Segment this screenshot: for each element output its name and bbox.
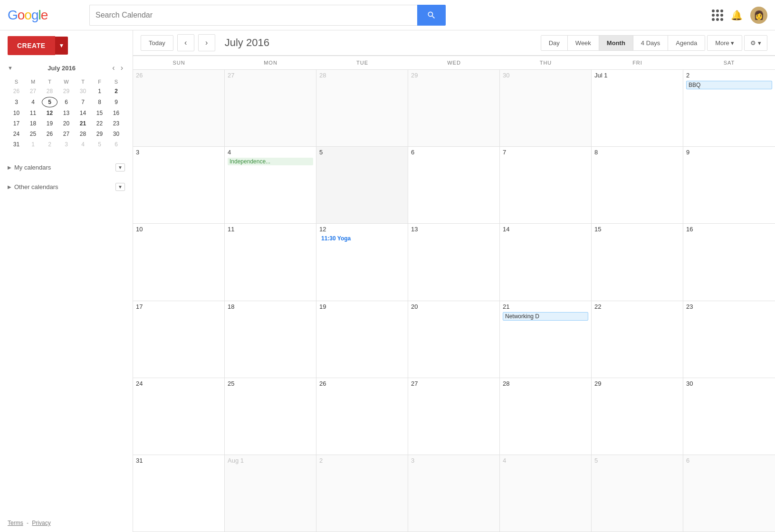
calendar-cell[interactable]: 22 <box>592 301 683 378</box>
calendar-cell[interactable]: 13 <box>408 224 500 300</box>
mini-calendar-title[interactable]: July 2016 <box>48 65 76 72</box>
calendar-cell[interactable]: 5 <box>592 455 683 532</box>
other-calendars-dropdown-button[interactable]: ▼ <box>115 183 125 191</box>
calendar-cell[interactable]: 4Independence... <box>225 147 316 223</box>
next-month-button[interactable]: › <box>198 34 215 51</box>
mini-cal-day-cell[interactable]: 5 <box>42 97 57 107</box>
calendar-cell[interactable]: 3 <box>408 455 500 532</box>
calendar-cell[interactable]: 2 <box>316 455 408 532</box>
prev-month-button[interactable]: ‹ <box>177 34 194 51</box>
month-view-button[interactable]: Month <box>599 36 633 50</box>
mini-cal-day-cell[interactable]: 26 <box>42 129 57 139</box>
mini-cal-day-cell[interactable]: 17 <box>9 119 24 128</box>
calendar-cell[interactable]: 26 <box>133 70 225 146</box>
calendar-cell[interactable]: 29 <box>408 70 500 146</box>
my-calendars-header[interactable]: ▶ My calendars ▼ <box>8 160 125 175</box>
apps-grid-icon[interactable] <box>712 10 723 21</box>
search-button[interactable] <box>417 5 446 26</box>
calendar-cell[interactable]: 15 <box>592 224 683 300</box>
calendar-event[interactable]: 11:30 Yoga <box>319 235 405 242</box>
terms-link[interactable]: Terms <box>8 520 23 526</box>
mini-cal-day-cell[interactable]: 2 <box>108 86 124 96</box>
mini-cal-day-cell[interactable]: 12 <box>42 108 57 118</box>
mini-cal-day-cell[interactable]: 31 <box>9 140 24 149</box>
mini-cal-day-cell[interactable]: 29 <box>58 86 74 96</box>
mini-cal-day-cell[interactable]: 13 <box>58 108 74 118</box>
calendar-cell[interactable]: 4 <box>500 455 592 532</box>
mini-cal-day-cell[interactable]: 23 <box>108 119 124 128</box>
mini-cal-day-cell[interactable]: 11 <box>25 108 41 118</box>
create-button[interactable]: CREATE <box>8 36 55 55</box>
my-calendars-dropdown-button[interactable]: ▼ <box>115 163 125 171</box>
mini-cal-day-cell[interactable]: 20 <box>58 119 74 128</box>
mini-cal-day-cell[interactable]: 30 <box>108 129 124 139</box>
calendar-cell[interactable]: 20 <box>408 301 500 378</box>
mini-cal-day-cell[interactable]: 24 <box>9 129 24 139</box>
mini-cal-day-cell[interactable]: 25 <box>25 129 41 139</box>
mini-cal-day-cell[interactable]: 6 <box>108 140 124 149</box>
mini-cal-day-cell[interactable]: 18 <box>25 119 41 128</box>
mini-cal-day-cell[interactable]: 29 <box>92 129 107 139</box>
calendar-event[interactable]: Networking D <box>503 312 588 321</box>
calendar-cell[interactable]: 3 <box>133 147 225 223</box>
mini-cal-day-cell[interactable]: 28 <box>75 129 91 139</box>
four-days-view-button[interactable]: 4 Days <box>633 36 668 50</box>
notifications-icon[interactable]: 🔔 <box>731 10 743 21</box>
week-view-button[interactable]: Week <box>568 36 599 50</box>
mini-cal-day-cell[interactable]: 4 <box>75 140 91 149</box>
calendar-cell[interactable]: 30 <box>683 378 775 455</box>
mini-cal-day-cell[interactable]: 3 <box>9 97 24 107</box>
mini-cal-prev-button[interactable]: ‹ <box>110 63 116 73</box>
mini-cal-day-cell[interactable]: 21 <box>75 119 91 128</box>
calendar-cell[interactable]: 27 <box>225 70 316 146</box>
calendar-cell[interactable]: 5 <box>316 147 408 223</box>
mini-cal-day-cell[interactable]: 6 <box>58 97 74 107</box>
calendar-cell[interactable]: Jul 1 <box>592 70 683 146</box>
calendar-cell[interactable]: 7 <box>500 147 592 223</box>
calendar-cell[interactable]: 10 <box>133 224 225 300</box>
mini-cal-day-cell[interactable]: 1 <box>92 86 107 96</box>
calendar-cell[interactable]: 9 <box>683 147 775 223</box>
calendar-cell[interactable]: 31 <box>133 455 225 532</box>
mini-cal-day-cell[interactable]: 7 <box>75 97 91 107</box>
day-view-button[interactable]: Day <box>541 36 568 50</box>
calendar-cell[interactable]: 24 <box>133 378 225 455</box>
mini-cal-day-cell[interactable]: 9 <box>108 97 124 107</box>
mini-cal-day-cell[interactable]: 27 <box>58 129 74 139</box>
calendar-cell[interactable]: Aug 1 <box>225 455 316 532</box>
calendar-event[interactable]: Independence... <box>228 158 313 165</box>
calendar-cell[interactable]: 30 <box>500 70 592 146</box>
mini-cal-day-cell[interactable]: 19 <box>42 119 57 128</box>
other-calendars-header[interactable]: ▶ Other calendars ▼ <box>8 179 125 195</box>
mini-cal-day-cell[interactable]: 2 <box>42 140 57 149</box>
calendar-cell[interactable]: 25 <box>225 378 316 455</box>
privacy-link[interactable]: Privacy <box>32 520 50 526</box>
calendar-cell[interactable]: 16 <box>683 224 775 300</box>
mini-cal-day-cell[interactable]: 1 <box>25 140 41 149</box>
mini-cal-day-cell[interactable]: 8 <box>92 97 107 107</box>
calendar-cell[interactable]: 29 <box>592 378 683 455</box>
calendar-cell[interactable]: 11 <box>225 224 316 300</box>
today-button[interactable]: Today <box>141 35 173 51</box>
calendar-cell[interactable]: 18 <box>225 301 316 378</box>
mini-cal-day-cell[interactable]: 4 <box>25 97 41 107</box>
mini-cal-day-cell[interactable]: 5 <box>92 140 107 149</box>
calendar-cell[interactable]: 23 <box>683 301 775 378</box>
calendar-cell[interactable]: 26 <box>316 378 408 455</box>
mini-cal-day-cell[interactable]: 3 <box>58 140 74 149</box>
more-view-button[interactable]: More ▾ <box>707 35 742 51</box>
calendar-cell[interactable]: 19 <box>316 301 408 378</box>
calendar-cell[interactable]: 6 <box>408 147 500 223</box>
create-dropdown-button[interactable]: ▼ <box>55 37 68 55</box>
calendar-cell[interactable]: 2BBQ <box>683 70 775 146</box>
agenda-view-button[interactable]: Agenda <box>668 36 705 50</box>
calendar-cell[interactable]: 1211:30 Yoga <box>316 224 408 300</box>
calendar-cell[interactable]: 28 <box>316 70 408 146</box>
calendar-cell[interactable]: 8 <box>592 147 683 223</box>
calendar-cell[interactable]: 27 <box>408 378 500 455</box>
mini-cal-day-cell[interactable]: 14 <box>75 108 91 118</box>
mini-cal-day-cell[interactable]: 26 <box>9 86 24 96</box>
calendar-cell[interactable]: 6 <box>683 455 775 532</box>
search-input[interactable] <box>89 5 417 26</box>
mini-cal-day-cell[interactable]: 28 <box>42 86 57 96</box>
